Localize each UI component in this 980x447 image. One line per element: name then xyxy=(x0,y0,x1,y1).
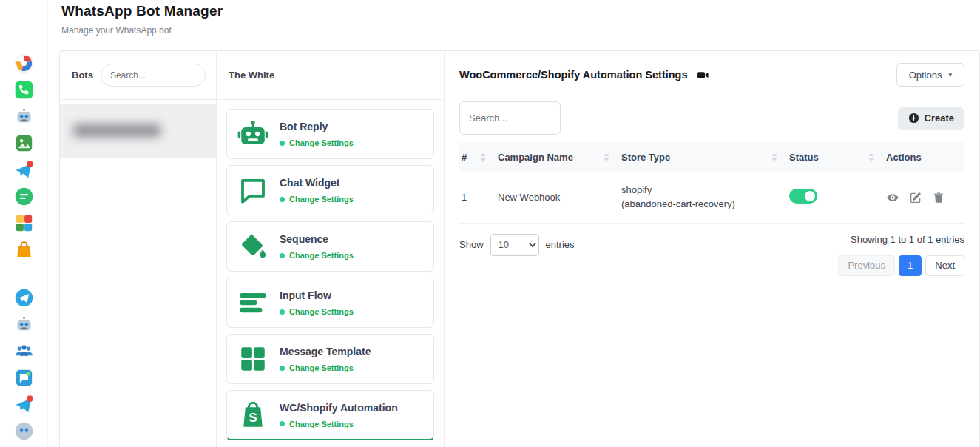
pagination-previous-button[interactable]: Previous xyxy=(838,255,895,276)
audience-icon[interactable] xyxy=(14,341,34,361)
show-label: Show xyxy=(459,239,484,250)
card-input-flow[interactable]: Input Flow Change Settings xyxy=(226,278,434,328)
card-title: Sequence xyxy=(280,233,354,245)
app-logo-icon[interactable] xyxy=(14,53,34,73)
chat-circle-icon[interactable] xyxy=(14,186,34,206)
card-title: Message Template xyxy=(280,346,371,357)
page-size-select[interactable]: 10 xyxy=(490,234,539,256)
collage-icon[interactable] xyxy=(14,213,34,233)
robot-bot-icon[interactable] xyxy=(14,107,34,127)
shopping-bag-icon[interactable] xyxy=(14,240,34,260)
automation-title-text: WooCommerce/Shopify Automation Settings xyxy=(459,69,688,81)
whatsapp-icon[interactable] xyxy=(14,80,34,100)
table-search-input[interactable] xyxy=(459,101,561,135)
pagination: Previous 1 Next xyxy=(838,255,964,276)
chevron-down-icon: ▾ xyxy=(948,72,952,78)
cell-campaign-name: New Webhook xyxy=(492,172,615,223)
card-title: WC/Shopify Automation xyxy=(280,402,398,414)
app-rail xyxy=(0,0,48,447)
header-store-type[interactable]: Store Type xyxy=(615,142,783,172)
cell-status xyxy=(783,172,880,223)
table-footer: Show 10 entries Showing 1 to 1 of 1 entr… xyxy=(459,234,964,276)
change-settings-link[interactable]: Change Settings xyxy=(280,363,371,372)
card-message-template[interactable]: Message Template Change Settings xyxy=(226,334,434,384)
page-header: WhatsApp Bot Manager Manage your WhatsAp… xyxy=(61,3,223,36)
card-bot-reply[interactable]: Bot Reply Change Settings xyxy=(226,109,434,159)
robot-partial-icon[interactable] xyxy=(14,421,34,441)
options-button-label: Options xyxy=(909,70,942,81)
change-settings-label: Change Settings xyxy=(289,420,354,428)
card-sequence[interactable]: Sequence Change Settings xyxy=(226,221,434,272)
telegram-campaign-icon-2[interactable] xyxy=(14,394,34,414)
change-settings-link[interactable]: Change Settings xyxy=(280,307,354,316)
header-label: Actions xyxy=(886,152,922,163)
robot-icon xyxy=(237,118,268,149)
card-chat-widget[interactable]: Chat Widget Change Settings xyxy=(226,165,434,215)
sort-icon[interactable] xyxy=(480,153,486,161)
sort-icon[interactable] xyxy=(868,153,874,161)
header-campaign-name[interactable]: Campaign Name xyxy=(492,142,615,172)
page-size-control: Show 10 entries xyxy=(459,234,575,256)
bots-search-input[interactable] xyxy=(101,64,206,87)
table-header-row: # Campaign Name Store Type Status xyxy=(459,142,964,172)
page-subtitle: Manage your WhatsApp bot xyxy=(61,25,223,36)
edit-pencil-icon[interactable] xyxy=(909,191,922,204)
sort-icon[interactable] xyxy=(604,153,609,161)
create-button[interactable]: Create xyxy=(898,107,964,130)
status-toggle[interactable] xyxy=(789,189,817,204)
shopify-bag-icon: S xyxy=(237,400,268,431)
header-label: # xyxy=(462,152,467,163)
telegram-campaign-icon[interactable] xyxy=(14,160,34,180)
status-dot-icon xyxy=(280,141,285,146)
sort-icon[interactable] xyxy=(771,153,777,161)
chat-bubble-icon xyxy=(237,175,268,206)
automation-table: # Campaign Name Store Type Status xyxy=(459,142,964,223)
lines-icon xyxy=(237,287,268,318)
header-num[interactable]: # xyxy=(459,142,492,172)
header-label: Store Type xyxy=(621,152,670,163)
card-wc-shopify-automation[interactable]: S WC/Shopify Automation Change Settings xyxy=(226,390,434,440)
pagination-next-button[interactable]: Next xyxy=(925,255,964,276)
delete-trash-icon[interactable] xyxy=(932,191,945,204)
showing-entries-text: Showing 1 to 1 of 1 entries xyxy=(851,234,964,245)
pagination-page-1-button[interactable]: 1 xyxy=(899,255,922,276)
status-dot-icon xyxy=(280,197,285,202)
bot-name-header: The White xyxy=(217,51,444,100)
header-label: Status xyxy=(789,152,819,163)
change-settings-link[interactable]: Change Settings xyxy=(280,420,398,428)
footer-right: Showing 1 to 1 of 1 entries Previous 1 N… xyxy=(838,234,964,276)
view-eye-icon[interactable] xyxy=(886,191,899,204)
paint-fill-icon xyxy=(237,231,268,262)
options-button[interactable]: Options ▾ xyxy=(896,63,964,87)
robot-bot-icon-2[interactable] xyxy=(14,315,34,335)
card-title: Bot Reply xyxy=(280,121,354,132)
telegram-icon[interactable] xyxy=(14,288,34,308)
change-settings-label: Change Settings xyxy=(289,195,354,204)
bots-panel-title: Bots xyxy=(72,70,93,81)
automation-title: WooCommerce/Shopify Automation Settings xyxy=(459,69,711,81)
automation-settings-panel: WooCommerce/Shopify Automation Settings … xyxy=(445,51,979,447)
video-camera-icon[interactable] xyxy=(695,69,711,81)
store-type-line1: shopify xyxy=(621,184,777,198)
status-dot-icon xyxy=(280,253,285,258)
cell-store-type: shopify (abandoned-cart-recovery) xyxy=(615,172,783,223)
cell-num: 1 xyxy=(459,172,492,223)
gallery-icon[interactable] xyxy=(14,133,34,153)
automation-header: WooCommerce/Shopify Automation Settings … xyxy=(459,63,964,87)
header-status[interactable]: Status xyxy=(783,142,880,172)
toggle-knob xyxy=(805,191,815,201)
live-chat-icon[interactable] xyxy=(14,368,34,388)
card-title: Chat Widget xyxy=(280,177,354,189)
change-settings-label: Change Settings xyxy=(289,363,354,372)
change-settings-link[interactable]: Change Settings xyxy=(280,195,354,204)
table-toolbar: Create xyxy=(459,101,964,135)
change-settings-link[interactable]: Change Settings xyxy=(280,138,354,147)
bot-list-item[interactable] xyxy=(60,104,216,158)
entries-label: entries xyxy=(546,239,575,250)
bot-list xyxy=(60,100,216,158)
change-settings-link[interactable]: Change Settings xyxy=(280,251,354,260)
card-title: Input Flow xyxy=(280,289,354,301)
change-settings-label: Change Settings xyxy=(289,307,354,316)
bots-search xyxy=(101,64,206,87)
grid-icon xyxy=(237,343,268,374)
